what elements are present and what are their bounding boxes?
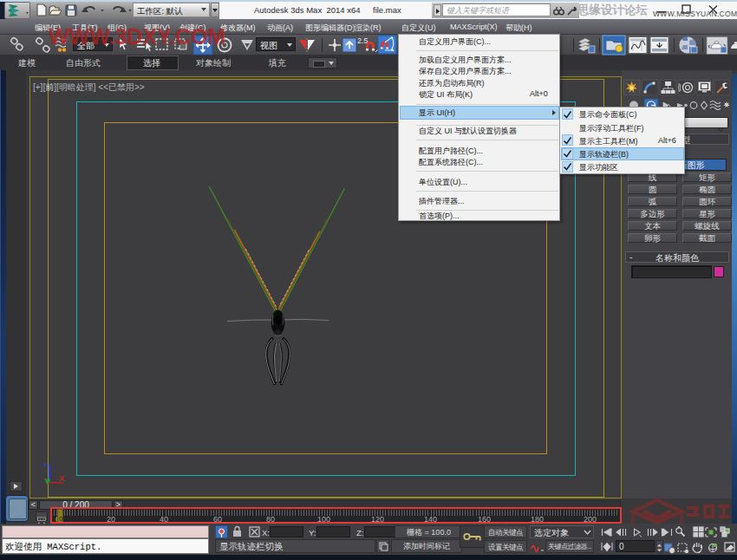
svg-text:2.5: 2.5 — [357, 36, 368, 45]
svg-text:z: z — [43, 460, 47, 468]
svg-text:X: X — [59, 474, 64, 483]
